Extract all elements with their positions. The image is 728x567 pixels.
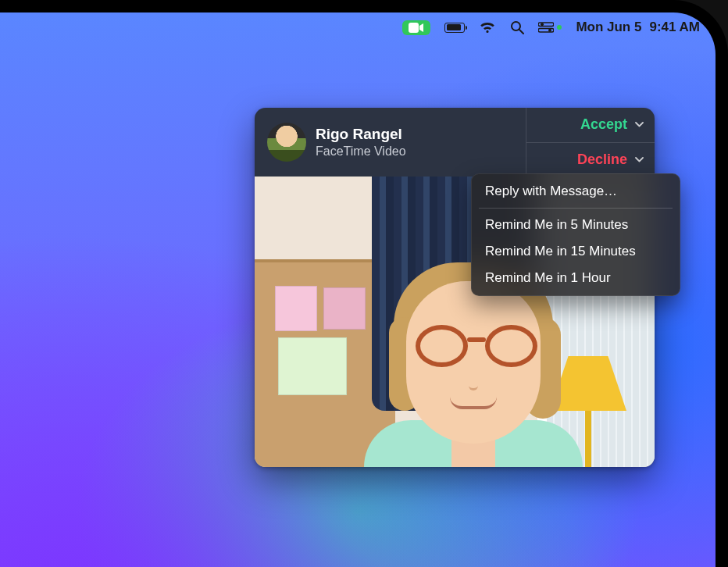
caller-info: Rigo Rangel FaceTime Video: [255, 108, 526, 177]
svg-line-2: [519, 30, 523, 34]
accept-button[interactable]: Accept: [526, 108, 655, 142]
device-frame: Mon Jun 5 9:41 AM Rigo Rangel FaceTime V…: [0, 0, 728, 567]
call-action-buttons: Accept Decline: [526, 108, 655, 177]
decline-options-chevron-icon[interactable]: [635, 157, 644, 162]
menu-bar-clock[interactable]: Mon Jun 5 9:41 AM: [576, 20, 700, 35]
battery-icon[interactable]: [444, 23, 465, 33]
menu-item-remind-60[interactable]: Remind Me in 1 Hour: [471, 265, 680, 291]
svg-point-4: [541, 23, 544, 26]
menu-bar-date: Mon Jun 5: [576, 20, 641, 35]
control-center-icon[interactable]: [538, 22, 562, 33]
menu-separator: [479, 208, 673, 209]
decline-options-menu: Reply with Message… Remind Me in 5 Minut…: [471, 173, 680, 296]
menu-bar: Mon Jun 5 9:41 AM: [0, 12, 716, 42]
camera-in-use-indicator: [557, 25, 562, 30]
wifi-icon[interactable]: [479, 21, 496, 34]
notification-header: Rigo Rangel FaceTime Video Accept Declin…: [255, 108, 655, 177]
menu-bar-time: 9:41 AM: [649, 20, 700, 35]
call-type-label: FaceTime Video: [316, 144, 406, 159]
desktop-screen: Mon Jun 5 9:41 AM Rigo Rangel FaceTime V…: [0, 12, 716, 567]
menu-item-remind-15[interactable]: Remind Me in 15 Minutes: [471, 238, 680, 265]
svg-point-6: [548, 29, 551, 32]
accept-options-chevron-icon[interactable]: [635, 122, 644, 127]
spotlight-search-icon[interactable]: [510, 20, 524, 34]
caller-name: Rigo Rangel: [316, 125, 406, 144]
facetime-status-icon[interactable]: [402, 20, 430, 35]
menu-item-remind-5[interactable]: Remind Me in 5 Minutes: [471, 212, 680, 238]
accept-button-label: Accept: [580, 116, 627, 133]
caller-avatar: [267, 123, 306, 162]
decline-button[interactable]: Decline: [526, 142, 655, 177]
svg-rect-0: [409, 23, 419, 33]
decline-button-label: Decline: [577, 152, 627, 168]
menu-item-reply-message[interactable]: Reply with Message…: [471, 178, 680, 205]
